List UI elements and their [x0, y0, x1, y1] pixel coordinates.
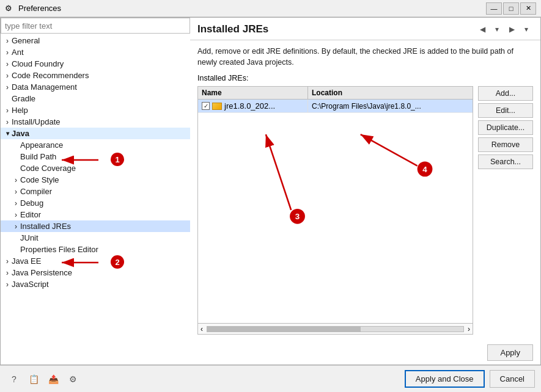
list-icon-button[interactable]: 📋 — [26, 371, 42, 387]
main-content: GeneralAntCloud FoundryCode Recommenders… — [0, 17, 541, 365]
scroll-track[interactable] — [207, 326, 464, 332]
tree-item-label: Build Path — [20, 152, 188, 161]
col-name-header: Name — [198, 87, 308, 99]
minimize-button[interactable]: — — [486, 2, 502, 15]
tree-item-debug[interactable]: Debug — [1, 197, 190, 209]
tree-arrow-icon — [12, 199, 20, 208]
tree-item-code-style[interactable]: Code Style — [1, 174, 190, 186]
tree-arrow-icon — [12, 245, 20, 254]
tree-item-java-ee[interactable]: Java EE — [1, 255, 190, 267]
tree-arrow-icon — [12, 234, 20, 242]
apply-button[interactable]: Apply — [487, 344, 533, 361]
add-button[interactable]: Add... — [478, 86, 533, 101]
tree-item-label: Install/Update — [12, 117, 188, 126]
maximize-button[interactable]: □ — [503, 2, 519, 15]
tree-item-install-update[interactable]: Install/Update — [1, 116, 190, 128]
tree-arrow-icon — [3, 280, 12, 289]
tree-arrow-icon — [3, 37, 12, 45]
tree-item-label: Properties Files Editor — [20, 245, 188, 254]
tree-item-gradle[interactable]: Gradle — [1, 93, 190, 104]
tree-item-label: Compiler — [20, 187, 188, 196]
tree-arrow-icon — [3, 71, 12, 80]
tree-item-label: Installed JREs — [20, 222, 188, 231]
tree-item-compiler[interactable]: Compiler — [1, 186, 190, 197]
bottom-right-buttons: Apply and Close Cancel — [405, 370, 535, 388]
tree-item-ant[interactable]: Ant — [1, 46, 190, 58]
scroll-thumb — [207, 327, 361, 332]
tree-arrow-icon — [12, 222, 20, 231]
tree-item-general[interactable]: General — [1, 35, 190, 46]
tree-item-label: General — [12, 36, 188, 45]
tree-item-label: JUnit — [20, 233, 188, 242]
filter-input[interactable] — [1, 18, 190, 34]
jre-location-cell: C:\Program Files\Java\jre1.8.0_... — [308, 100, 473, 112]
close-button[interactable]: ✕ — [520, 2, 536, 15]
tree-arrow-icon — [12, 153, 20, 161]
nav-back-dropdown[interactable]: ▾ — [490, 23, 504, 36]
window-icon: ⚙ — [5, 4, 15, 13]
tree-item-build-path[interactable]: Build Path — [1, 151, 190, 162]
window-controls: — □ ✕ — [486, 2, 536, 15]
tree-item-cloud-foundry[interactable]: Cloud Foundry — [1, 58, 190, 70]
tree-container: GeneralAntCloud FoundryCode Recommenders… — [1, 34, 190, 365]
bottom-bar: ? 📋 📤 ⚙ Apply and Close Cancel — [0, 365, 541, 392]
help-icon-button[interactable]: ? — [6, 371, 22, 387]
tree-item-properties-files-editor[interactable]: Properties Files Editor — [1, 244, 190, 255]
jre-name-cell: jre1.8.0_202... — [198, 100, 308, 112]
jre-checkbox[interactable] — [202, 102, 210, 110]
tree-item-label: JavaScript — [12, 280, 188, 289]
tree-arrow-icon — [12, 211, 20, 219]
tree-item-editor[interactable]: Editor — [1, 209, 190, 220]
tree-item-label: Code Recommenders — [12, 71, 188, 80]
tree-item-help[interactable]: Help — [1, 104, 190, 116]
jres-buttons: Add... Edit... Duplicate... Remove Searc… — [478, 86, 533, 335]
remove-button[interactable]: Remove — [478, 137, 533, 152]
tree-item-label: Code Style — [20, 175, 188, 184]
export-icon-button[interactable]: 📤 — [45, 371, 61, 387]
tree-item-junit[interactable]: JUnit — [1, 232, 190, 244]
apply-close-button[interactable]: Apply and Close — [405, 370, 485, 388]
tree-item-code-recommenders[interactable]: Code Recommenders — [1, 70, 190, 81]
tree-arrow-icon — [12, 141, 20, 150]
settings-icon-button[interactable]: ⚙ — [65, 371, 81, 387]
window-title: Preferences — [18, 4, 486, 13]
tree-item-java-persistence[interactable]: Java Persistence — [1, 267, 190, 278]
edit-button[interactable]: Edit... — [478, 103, 533, 118]
tree-item-label: Java EE — [12, 256, 188, 266]
panel-nav: ◀ ▾ ▶ ▾ — [476, 23, 533, 36]
tree-item-javascript[interactable]: JavaScript — [1, 278, 190, 290]
tree-item-appearance[interactable]: Appearance — [1, 139, 190, 151]
tree-item-label: Data Management — [12, 82, 188, 92]
tree-item-label: Cloud Foundry — [12, 59, 188, 68]
tree-item-installed-jres[interactable]: Installed JREs — [1, 220, 190, 232]
right-panel: Installed JREs ◀ ▾ ▶ ▾ Add, remove or ed… — [190, 18, 540, 365]
nav-forward-dropdown[interactable]: ▾ — [520, 23, 533, 36]
tree-arrow-icon — [12, 164, 20, 173]
panel-header: Installed JREs ◀ ▾ ▶ ▾ — [190, 18, 540, 40]
title-bar: ⚙ Preferences — □ ✕ — [0, 0, 541, 17]
tree-item-label: Java — [12, 129, 188, 138]
tree-item-data-management[interactable]: Data Management — [1, 81, 190, 93]
tree-arrow-icon — [12, 187, 20, 196]
nav-back-button[interactable]: ◀ — [476, 23, 489, 36]
tree-item-java[interactable]: Java — [1, 128, 190, 139]
search-button[interactable]: Search... — [478, 154, 533, 169]
scroll-left-btn[interactable]: ‹ — [198, 325, 205, 333]
apply-row: Apply — [190, 341, 540, 365]
scroll-right-btn[interactable]: › — [465, 325, 473, 333]
tree-item-label: Appearance — [20, 140, 188, 150]
panel-body: Add, remove or edit JRE definitions. By … — [190, 40, 540, 341]
tree-arrow-icon — [3, 83, 12, 92]
tree-item-label: Ant — [12, 48, 188, 57]
bottom-left-icons: ? 📋 📤 ⚙ — [6, 371, 81, 387]
jre-name-label: jre1.8.0_202... — [224, 101, 275, 111]
tree-arrow-icon — [3, 129, 12, 138]
table-row[interactable]: jre1.8.0_202... C:\Program Files\Java\jr… — [198, 100, 473, 113]
cancel-button[interactable]: Cancel — [490, 370, 535, 388]
duplicate-button[interactable]: Duplicate... — [478, 120, 533, 135]
tree-arrow-icon — [3, 118, 12, 126]
tree-arrow-icon — [3, 257, 12, 266]
nav-forward-button[interactable]: ▶ — [505, 23, 518, 36]
tree-item-label: Debug — [20, 198, 188, 208]
tree-item-code-coverage[interactable]: Code Coverage — [1, 162, 190, 174]
